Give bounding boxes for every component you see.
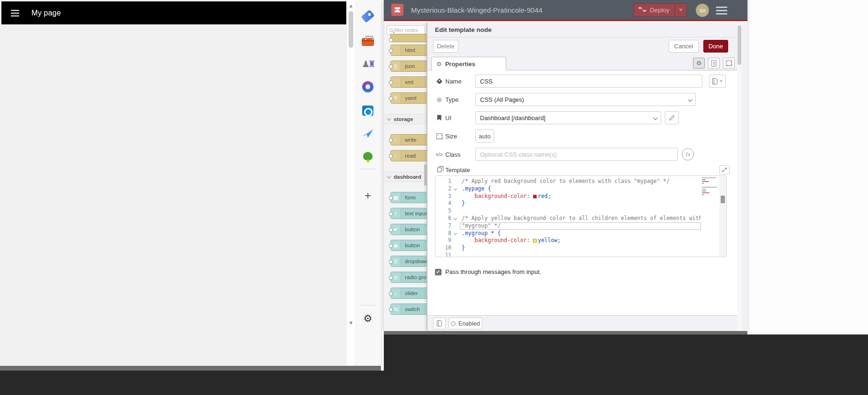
passthrough-row: ✔ Pass through messages from input. — [435, 268, 541, 275]
toolbox-icon[interactable] — [361, 34, 374, 47]
palette-node-button[interactable]: ◉button — [390, 240, 427, 251]
mygroup-yellow-area — [7, 28, 341, 277]
copy-icon — [435, 167, 443, 172]
paper-plane-icon[interactable] — [361, 127, 374, 140]
color-swatch — [533, 195, 537, 198]
name-input[interactable]: CSS — [475, 75, 702, 88]
edit-properties-tool-button[interactable]: ⚙ — [693, 58, 705, 68]
library-footer-button[interactable] — [433, 318, 446, 329]
dashboard-menu-icon[interactable] — [11, 10, 19, 16]
scroll-up-arrow[interactable]: ▲ — [348, 3, 354, 8]
cancel-button[interactable]: Cancel — [669, 40, 699, 53]
class-input[interactable]: Optional CSS class name(s) — [475, 148, 678, 161]
type-select[interactable]: CSS (All Pages) — [475, 93, 696, 106]
done-button[interactable]: Done — [703, 40, 728, 53]
palette-node-radio group[interactable]: ◎radio group — [390, 272, 427, 283]
ui-select[interactable]: Dashboard [/dashboard] — [475, 111, 661, 124]
node-port — [389, 196, 393, 200]
tray-scrollbar-thumb[interactable] — [738, 25, 741, 65]
ui-row: UI Dashboard [/dashboard] — [427, 111, 748, 125]
palette-node-slider[interactable]: ↔slider — [390, 288, 427, 299]
template-code-editor[interactable]: 1/* Apply red background color to elemen… — [435, 175, 727, 257]
tray-right-gutter — [742, 23, 748, 331]
edit-template-tray: Edit template node Delete Cancel Done ⚙ … — [427, 23, 747, 331]
deploy-options-chevron[interactable] — [675, 4, 686, 16]
palette-node-json[interactable]: {}json — [390, 61, 427, 72]
scrollbar-thumb[interactable] — [349, 11, 353, 48]
dashboard-page-title: My page — [31, 9, 61, 17]
enabled-status-icon — [451, 321, 456, 326]
name-row: Name CSS — [427, 74, 748, 88]
bookmark-icon — [435, 115, 443, 121]
tag-icon[interactable] — [361, 9, 374, 23]
chess-icon[interactable]: ♟♜ — [361, 57, 374, 70]
main-menu-icon[interactable] — [716, 7, 727, 15]
deploy-node-icon — [639, 7, 646, 14]
node-port — [389, 49, 393, 53]
nodered-header: Mysterious-Black-Winged-Pratincole-9044 — [384, 0, 747, 21]
scroll-down-arrow[interactable]: ▼ — [348, 320, 354, 326]
palette-scrollbar-thumb[interactable] — [424, 164, 426, 186]
passthrough-label: Pass through messages from input. — [445, 268, 541, 275]
dashboard-toolbar: My page — [1, 1, 346, 24]
class-label: Class — [445, 151, 461, 158]
node-port — [389, 292, 393, 296]
enabled-toggle-button[interactable]: Enabled — [449, 318, 482, 329]
outlook-icon[interactable] — [361, 104, 374, 117]
node-port — [389, 154, 393, 158]
editor-minimap — [701, 176, 719, 257]
size-button[interactable]: auto — [475, 129, 494, 143]
palette-node-text input[interactable]: Itext input — [390, 208, 427, 219]
deploy-button[interactable]: Deploy — [633, 3, 687, 17]
palette-node-dropdown[interactable]: ☰dropdown — [390, 256, 427, 267]
palette-node-form[interactable]: ▦form — [390, 192, 427, 203]
palette-node-partial[interactable] — [390, 34, 427, 42]
node-port — [389, 244, 393, 248]
bird-icon[interactable] — [361, 151, 374, 164]
code-line: 5 — [435, 207, 727, 215]
palette-node-html[interactable]: html — [390, 45, 427, 56]
palette-search[interactable]: filter nodes — [387, 25, 425, 35]
palette-node-read[interactable]: ↓read — [390, 150, 427, 161]
expand-editor-button[interactable] — [719, 165, 730, 175]
code-line: 4} — [435, 200, 727, 207]
palette-node-switch[interactable]: ⇆switch — [390, 304, 427, 315]
size-icon — [435, 133, 443, 139]
palette-node-write[interactable]: ↑write — [390, 134, 427, 145]
delete-button[interactable]: Delete — [433, 40, 458, 53]
node-port — [389, 276, 393, 280]
library-button[interactable] — [709, 75, 726, 88]
appearance-tool-button[interactable] — [723, 58, 735, 68]
user-avatar[interactable]: su — [696, 4, 709, 17]
node-port — [389, 138, 393, 142]
fold-chevron-icon — [454, 187, 457, 190]
type-row: ◎Type CSS (All Pages) — [427, 92, 748, 106]
palette-category-storage[interactable]: storage — [384, 114, 427, 124]
dashboard-scrollbar[interactable]: ▲ ▼ — [346, 0, 355, 365]
description-tool-button[interactable] — [708, 58, 720, 68]
passthrough-checkbox[interactable]: ✔ — [435, 269, 442, 275]
code-line: 10} — [435, 244, 727, 252]
palette-node-xml[interactable]: xml — [390, 76, 427, 88]
tray-button-bar: Delete Cancel Done — [427, 38, 748, 55]
add-favorite-button[interactable]: + — [361, 189, 374, 202]
settings-gear-icon[interactable]: ⚙ — [361, 312, 374, 325]
fx-button[interactable]: ƒx — [682, 148, 694, 160]
tab-properties[interactable]: ⚙ Properties — [431, 57, 506, 70]
node-port — [389, 97, 393, 100]
nodered-logo — [391, 4, 404, 16]
tag-icon — [435, 79, 443, 84]
size-label: Size — [445, 133, 457, 140]
editor-scrollbar-thumb[interactable] — [721, 196, 725, 203]
edit-ui-button[interactable] — [665, 111, 679, 124]
office365-icon[interactable] — [361, 80, 374, 93]
tray-scrollbar[interactable] — [737, 23, 742, 331]
palette-category-dashboard[interactable]: dashboard — [384, 172, 427, 182]
palette-node-button[interactable]: ☛button — [390, 224, 427, 235]
palette-node-yaml[interactable]: Yyaml — [390, 92, 427, 104]
right-window-bottom-edge — [384, 331, 747, 334]
code-line: 9 background-color: yellow; — [435, 237, 727, 244]
code-line: 7"mygroup" */ — [435, 222, 727, 230]
editor-scrollbar[interactable] — [719, 176, 726, 257]
desktop: My page ▲ ▼ ♟♜ + ⚙ — [0, 0, 868, 395]
